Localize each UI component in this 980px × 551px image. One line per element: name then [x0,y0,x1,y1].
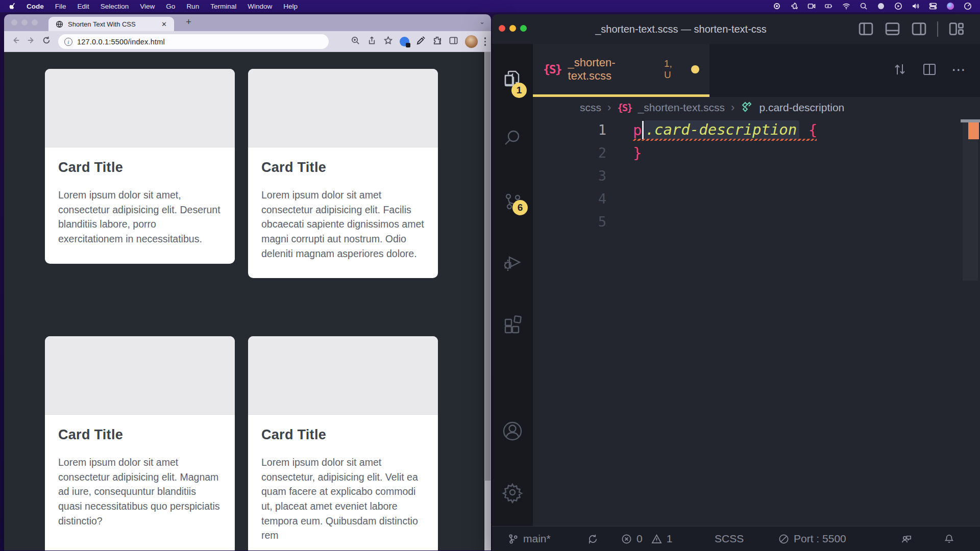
breadcrumb-separator-icon: › [607,101,611,114]
source-control-badge: 6 [512,200,528,215]
site-info-icon[interactable]: i [64,38,72,46]
menu-help[interactable]: Help [278,3,303,10]
open-changes-icon[interactable] [892,62,908,77]
globe-icon [56,20,63,28]
sync-button[interactable] [587,527,599,551]
menu-app-name[interactable]: Code [21,3,50,10]
address-bar[interactable]: i 127.0.0.1:5500/index.html [58,34,329,49]
code-class-token: .card-description [644,120,799,139]
toggle-primary-sidebar-icon[interactable] [857,20,874,37]
unsaved-dot-icon[interactable] [691,65,699,73]
play-icon[interactable] [894,2,902,11]
share-icon[interactable] [367,36,377,47]
back-button[interactable] [8,36,23,47]
camera-icon[interactable] [807,2,816,11]
menu-file[interactable]: File [50,3,72,10]
code-area[interactable]: 1 p.card-description { 2 } 3 4 5 [533,118,980,526]
live-server-port[interactable]: Port : 5500 [778,527,846,551]
bell-icon [943,533,955,545]
forward-button[interactable] [23,36,39,47]
problems-indicator[interactable]: 0 1 [621,527,672,551]
browser-traffic-lights[interactable] [11,19,38,26]
code-line-1[interactable]: 1 p.card-description { [533,118,980,141]
record-icon[interactable] [772,2,781,11]
close-window-button[interactable] [11,19,17,26]
tab-close-icon[interactable]: ✕ [159,20,169,28]
customize-layout-icon[interactable] [948,20,965,37]
zoom-page-icon[interactable] [351,36,360,47]
toggle-panel-icon[interactable] [884,20,901,37]
line-number: 3 [533,168,606,184]
code-line-5[interactable]: 5 [533,210,980,233]
extension-colorzilla-icon[interactable] [400,37,409,46]
side-panel-icon[interactable] [449,36,458,47]
browser-tab-title: Shorten Text With CSS [68,20,159,28]
editor-tab-bar: {S} _shorten-text.scss 1, U ⋯ [533,44,980,97]
language-mode[interactable]: SCSS [715,527,744,551]
close-window-button[interactable] [499,25,505,32]
profile-avatar[interactable] [465,35,478,48]
battery-icon[interactable] [824,2,833,11]
card-4: Card Title Lorem ipsum dolor sit amet co… [248,336,438,550]
notifications-button[interactable] [943,527,955,551]
editor-tab[interactable]: {S} _shorten-text.scss 1, U [533,44,709,97]
breadcrumb-symbol[interactable]: p.card-description [759,102,844,114]
wifi-icon[interactable] [842,2,850,11]
breadcrumb-file[interactable]: _shorten-text.scss [638,102,725,114]
error-squiggle [633,139,817,141]
vscode-traffic-lights[interactable] [499,25,527,32]
extensions-icon[interactable] [501,312,524,335]
search-icon[interactable] [501,127,524,149]
branch-indicator[interactable]: main* [507,527,551,551]
rocket-icon[interactable] [790,2,798,11]
browser-scrollbar[interactable] [484,52,491,550]
vscode-title-bar[interactable]: _shorten-text.scss — shorten-text-css [492,14,980,44]
tab-overflow-chevron-icon[interactable]: ⌄ [479,18,485,26]
control-center-icon[interactable] [928,2,937,11]
code-line-4[interactable]: 4 [533,187,980,210]
code-line-3[interactable]: 3 [533,164,980,187]
search-icon[interactable] [859,2,868,11]
warning-count: 1 [667,533,673,545]
presence-icon[interactable] [876,2,885,11]
editor-more-actions-icon[interactable]: ⋯ [951,61,967,78]
url-text[interactable]: 127.0.0.1:5500/index.html [77,38,165,46]
browser-menu-icon[interactable] [484,37,486,46]
editor-scrollbar[interactable] [963,122,978,281]
browser-tab[interactable]: Shorten Text With CSS ✕ [48,17,174,31]
browser-scrollbar-thumb[interactable] [485,52,491,481]
breadcrumbs: scss › {S} _shorten-text.scss › p.card-d… [533,97,980,118]
minimize-window-button[interactable] [509,25,516,32]
menu-selection[interactable]: Selection [95,3,135,10]
menu-go[interactable]: Go [160,3,181,10]
feedback-button[interactable] [900,527,912,551]
extension-eyedropper-icon[interactable] [416,36,426,47]
card-2-text: Lorem ipsum dolor sit amet consectetur a… [261,188,425,261]
run-debug-icon[interactable] [501,250,524,272]
extensions-puzzle-icon[interactable] [432,36,442,47]
new-tab-button[interactable]: + [186,16,191,28]
menu-terminal[interactable]: Terminal [205,3,242,10]
menu-run[interactable]: Run [181,3,205,10]
siri-icon[interactable] [946,2,954,11]
reload-button[interactable] [39,36,54,47]
accounts-icon[interactable] [501,420,524,442]
breadcrumb-folder[interactable]: scss [580,102,601,114]
zoom-window-button[interactable] [520,25,527,32]
clock-icon[interactable] [963,2,972,11]
code-line-2[interactable]: 2 } [533,141,980,164]
text-cursor [642,121,644,139]
overview-ruler[interactable] [961,118,980,322]
volume-icon[interactable] [911,2,920,11]
menu-window[interactable]: Window [242,3,278,10]
bookmark-star-icon[interactable] [383,36,393,47]
warning-icon [651,533,663,545]
settings-gear-icon[interactable] [501,481,524,504]
menu-view[interactable]: View [134,3,160,10]
minimize-window-button[interactable] [21,19,28,26]
toggle-secondary-sidebar-icon[interactable] [911,20,927,37]
apple-icon[interactable] [9,3,17,10]
menu-edit[interactable]: Edit [72,3,95,10]
split-editor-icon[interactable] [922,62,937,77]
zoom-window-button[interactable] [32,19,38,26]
